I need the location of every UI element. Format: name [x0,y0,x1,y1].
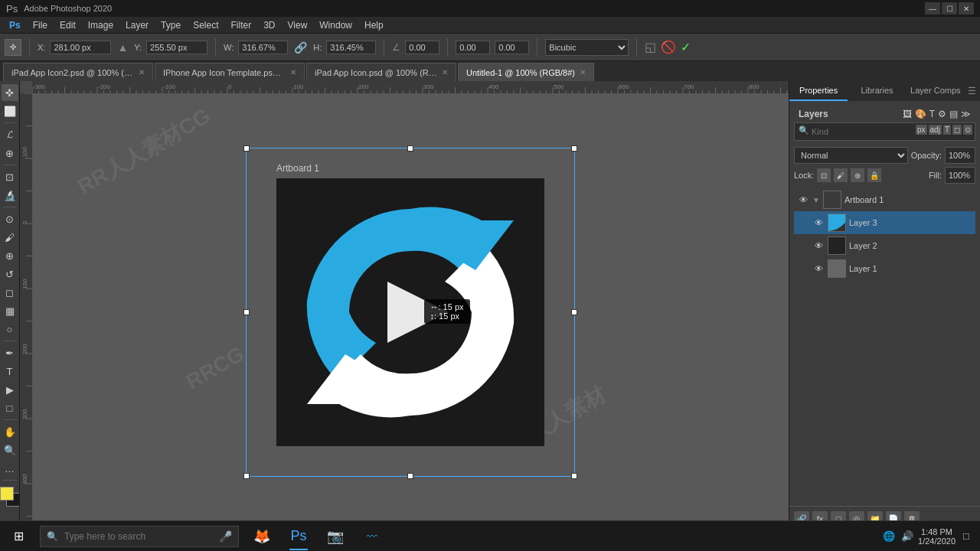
lock-pixels-icon[interactable]: ⊡ [817,168,831,182]
gradient-tool[interactable]: ▦ [2,302,18,319]
layer-item-1[interactable]: 👁 Layer 1 [794,257,975,280]
search-filter-adjust-icon[interactable]: adj [929,125,942,135]
titlebar-controls[interactable]: — ☐ ✕ [925,2,974,15]
tab-close-2[interactable]: ✕ [442,68,448,77]
tab-close-3[interactable]: ✕ [580,68,586,77]
artboard-visibility-icon[interactable]: 👁 [797,194,809,206]
layers-icon4[interactable]: ⚙ [938,109,946,119]
healing-brush-tool[interactable]: ⊙ [2,210,18,227]
pen-tool[interactable]: ✒ [2,344,18,361]
foreground-color-swatch[interactable] [0,487,14,500]
tab-ipad-icon2[interactable]: iPad App Icon2.psd @ 100% (Layer 1,... ✕ [3,63,153,81]
artboard-expand-arrow[interactable]: ▼ [812,196,820,204]
taskbar-icon-photoshop[interactable]: Ps [282,521,315,552]
layer2-visibility-icon[interactable]: 👁 [812,240,825,252]
dodge-tool[interactable]: ○ [2,321,18,337]
interpolation-select[interactable]: Bicubic Bilinear Nearest Neighbor [545,39,629,56]
taskbar-icon-bridge[interactable]: 📷 [318,521,352,552]
handle-mid-left[interactable] [243,309,250,315]
tab-close-0[interactable]: ✕ [139,68,145,77]
layers-icon2[interactable]: 🎨 [915,109,926,119]
layers-icon1[interactable]: 🖼 [903,109,912,119]
taskbar-icon-firefox[interactable]: 🦊 [245,521,279,552]
type-tool[interactable]: T [2,363,18,380]
cancel-transform-icon[interactable]: 🚫 [661,40,676,54]
h-input[interactable] [326,41,376,54]
search-filter-text-icon[interactable]: T [943,125,951,135]
h-skew-input[interactable] [456,41,490,54]
tray-network-icon[interactable]: 🌐 [881,529,897,544]
tab-close-1[interactable]: ✕ [290,68,296,77]
menu-file[interactable]: File [27,18,54,32]
lock-all-icon[interactable]: 🔒 [867,168,881,182]
tab-libraries[interactable]: Libraries [848,81,906,101]
blend-mode-select[interactable]: Normal Dissolve Multiply Screen Overlay [794,147,908,164]
x-input[interactable] [50,41,111,54]
tab-layer-comps[interactable]: Layer Comps [906,81,965,101]
menu-3d[interactable]: 3D [257,18,281,32]
handle-top-left[interactable] [243,145,250,152]
search-filter-pixel-icon[interactable]: px [916,125,927,135]
minimize-button[interactable]: — [925,2,940,15]
menu-ps[interactable]: Ps [3,18,27,32]
tray-volume-icon[interactable]: 🔊 [900,529,915,544]
commit-transform-icon[interactable]: ✓ [681,40,691,54]
eyedropper-tool[interactable]: 🔬 [2,187,18,204]
artboard[interactable]: ↔︎: 15 px ↕: 15 px [276,178,544,446]
extra-tool[interactable]: … [2,460,18,477]
tab-ipad-icon[interactable]: iPad App Icon.psd @ 100% (RGB/8... ✕ [306,63,456,81]
menu-window[interactable]: Window [313,18,358,32]
canvas-area[interactable]: RR人人素材CG www.rrcg.cn RRCG 人人素材 A [20,81,789,531]
menu-type[interactable]: Type [155,18,187,32]
move-tool-icon[interactable]: ✜ [5,39,21,56]
start-button[interactable]: ⊞ [0,521,37,552]
link-icon[interactable]: 🔗 [294,41,307,54]
handle-bot-mid[interactable] [407,473,413,479]
fill-input[interactable] [945,167,975,184]
menu-image[interactable]: Image [82,18,119,32]
brush-tool[interactable]: 🖌 [2,229,18,246]
close-button[interactable]: ✕ [959,2,974,15]
panel-menu-icon[interactable]: ☰ [965,81,980,101]
handle-bot-right[interactable] [571,473,577,479]
warp-icon[interactable]: ◱ [645,40,656,54]
selection-tool[interactable]: ⬜ [2,103,18,119]
handle-bot-left[interactable] [243,473,250,479]
history-brush-tool[interactable]: ↺ [2,266,18,282]
shape-tool[interactable]: □ [2,399,18,416]
zoom-tool[interactable]: 🔍 [2,442,18,458]
y-input[interactable] [146,41,207,54]
menu-help[interactable]: Help [358,18,390,32]
taskbar-icon-animate[interactable]: 〰 [355,521,389,552]
tab-iphone-template[interactable]: IPhone App Icon Template.psd @ 66.... ✕ [155,63,305,81]
lasso-tool[interactable]: 𝓛 [2,126,18,143]
tray-notifications-icon[interactable]: □ [959,529,974,544]
v-skew-input[interactable] [495,41,529,54]
w-input[interactable] [238,41,288,54]
menu-filter[interactable]: Filter [224,18,257,32]
magic-wand-tool[interactable]: ⊕ [2,145,18,161]
crop-tool[interactable]: ⊡ [2,168,18,185]
menu-select[interactable]: Select [187,18,224,32]
taskbar-search[interactable]: 🔍 🎤 [40,526,239,547]
layer-item-3[interactable]: 👁 Layer 3 [794,211,975,234]
layers-icon5[interactable]: ▤ [949,109,958,119]
layer1-visibility-icon[interactable]: 👁 [812,262,825,275]
layers-icon3[interactable]: T [929,109,935,119]
hand-tool[interactable]: ✋ [2,423,18,440]
eraser-tool[interactable]: ◻ [2,284,18,301]
clone-stamp-tool[interactable]: ⊕ [2,247,18,264]
angle-input[interactable] [405,41,439,54]
lock-artboards-icon[interactable]: ⊕ [851,168,864,182]
lock-position-icon[interactable]: 🖌 [834,168,848,182]
menu-view[interactable]: View [282,18,314,32]
tab-properties[interactable]: Properties [789,81,848,101]
path-selection-tool[interactable]: ▶ [2,381,18,398]
move-tool[interactable]: ✜ [2,84,18,101]
clock[interactable]: 1:48 PM 1/24/2020 [918,527,956,546]
menu-layer[interactable]: Layer [119,18,155,32]
layers-expand-icon[interactable]: ≫ [961,109,971,119]
tab-untitled1[interactable]: Untitled-1 @ 100% (RGB/8#) ✕ [458,63,594,81]
search-filter-smart-icon[interactable]: ⊙ [963,125,972,135]
mic-icon[interactable]: 🎤 [219,530,232,543]
